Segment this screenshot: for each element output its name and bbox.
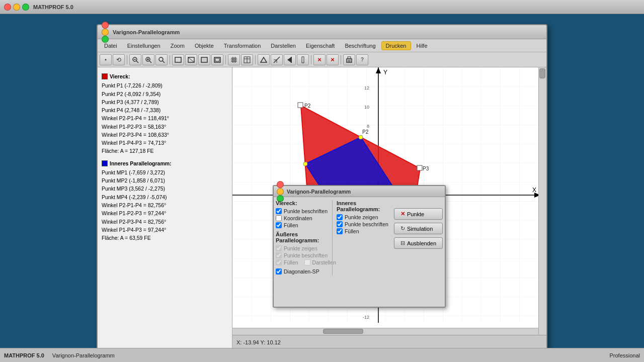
dialog-ip1-label: Punkte zeigen bbox=[345, 214, 378, 220]
ausblenden-button[interactable]: ⊟ Ausblenden bbox=[394, 237, 443, 249]
tb-right[interactable] bbox=[284, 54, 296, 65]
tb-sep1 bbox=[127, 55, 127, 64]
tb-zoom-out[interactable] bbox=[129, 54, 141, 65]
app-statusbar: MATHPROF 5.0 Varignon-Parallelogramm Pro… bbox=[0, 348, 644, 362]
close-button[interactable] bbox=[4, 4, 11, 11]
tb-sep6 bbox=[341, 55, 341, 64]
tb-sep3 bbox=[225, 55, 226, 64]
svg-line-1 bbox=[136, 61, 138, 63]
viereck-color-box bbox=[102, 73, 108, 79]
simulation-label: Simulation bbox=[407, 226, 433, 232]
inneres-w2: Winkel P1-P2-P3 = 97,244° bbox=[102, 209, 228, 217]
dialog-check-ip1: Punkte zeigen bbox=[337, 214, 389, 220]
window-traffic-lights bbox=[102, 22, 109, 43]
dialog-check-ip2: Punkte beschriften bbox=[337, 221, 389, 227]
inneres-title: Inneres Parallelogramm: bbox=[102, 159, 228, 167]
dialog-cb-diag[interactable] bbox=[276, 268, 282, 275]
menubar: Datei Einstellungen Zoom Objekte Transfo… bbox=[98, 39, 546, 52]
dialog-cb-ip1[interactable] bbox=[337, 214, 343, 220]
tb-print[interactable] bbox=[343, 54, 355, 65]
svg-rect-9 bbox=[175, 57, 181, 62]
svg-text:P2: P2 bbox=[362, 129, 369, 135]
window-close[interactable] bbox=[102, 22, 109, 29]
tb-pipe[interactable] bbox=[297, 54, 309, 65]
menu-einstellungen[interactable]: Einstellungen bbox=[123, 41, 165, 50]
vscrollbar[interactable] bbox=[538, 67, 546, 335]
minimize-button[interactable] bbox=[13, 4, 20, 11]
window-titlebar: Varignon-Parallelogramm bbox=[98, 25, 546, 39]
info-panel: Viereck: Punkt P1 (-7,226 / -2,809) Punk… bbox=[98, 67, 232, 349]
menu-eigenschaft[interactable]: Eigenschaft bbox=[301, 41, 339, 50]
punkte-button[interactable]: ✕ Punkte bbox=[394, 208, 443, 220]
dialog-if1-label: Füllen bbox=[345, 228, 359, 234]
dialog-minimize[interactable] bbox=[277, 188, 284, 195]
dialog-cb-if1[interactable] bbox=[337, 228, 343, 234]
tb-zoom-in[interactable] bbox=[142, 54, 154, 65]
viereck-p1: Punkt P1 (-7,226 / -2,809) bbox=[102, 81, 228, 89]
dialog-ap2-label: Punkte beschriften bbox=[284, 252, 328, 258]
menu-objekte[interactable]: Objekte bbox=[190, 41, 218, 50]
viereck-w4: Winkel P1-P4-P3 = 74,713° bbox=[102, 139, 228, 147]
simulation-button[interactable]: ↻ Simulation bbox=[394, 223, 443, 234]
tb-grid[interactable] bbox=[228, 54, 240, 65]
menu-drucken[interactable]: Drucken bbox=[381, 41, 411, 50]
tb-sep2 bbox=[170, 55, 170, 64]
tb-rotate[interactable]: ⟲ bbox=[113, 54, 125, 65]
dialog-af1-label: Füllen bbox=[284, 259, 298, 265]
ausblenden-icon: ⊟ bbox=[400, 240, 405, 246]
dialog-close[interactable] bbox=[277, 181, 284, 188]
menu-zoom[interactable]: Zoom bbox=[166, 41, 189, 50]
tb-zoom-fit[interactable] bbox=[155, 54, 168, 65]
inneres-flaeche: Fläche: A = 63,59 FE bbox=[102, 234, 228, 242]
tb-sep4 bbox=[255, 55, 256, 64]
svg-text:Y: Y bbox=[383, 69, 387, 76]
tb-resize[interactable] bbox=[271, 54, 283, 65]
menu-darstellen[interactable]: Darstellen bbox=[266, 41, 300, 50]
tb-table[interactable] bbox=[241, 54, 253, 65]
window-minimize[interactable] bbox=[102, 29, 109, 36]
menu-hilfe[interactable]: Hilfe bbox=[412, 41, 432, 50]
dialog-cb-ip2[interactable] bbox=[337, 221, 343, 227]
dialog-punkte-label: Punkte beschriften bbox=[284, 208, 328, 214]
tb-rect3[interactable] bbox=[198, 54, 210, 65]
dialog-cb-koord[interactable] bbox=[276, 215, 282, 221]
viereck-p3: Punkt P3 (4,377 / 2,789) bbox=[102, 98, 228, 106]
hscrollbar[interactable] bbox=[232, 328, 538, 335]
svg-rect-68 bbox=[417, 165, 422, 170]
vscroll-thumb[interactable] bbox=[539, 68, 545, 78]
app-status-right: Professional bbox=[609, 352, 640, 358]
tb-rect2[interactable] bbox=[185, 54, 197, 65]
tb-up[interactable] bbox=[258, 54, 270, 65]
svg-text:10: 10 bbox=[364, 105, 369, 110]
dialog-divider bbox=[332, 200, 333, 276]
menu-datei[interactable]: Datei bbox=[100, 41, 122, 50]
tb-close1[interactable]: × bbox=[313, 54, 326, 65]
dialog-cb-ap1 bbox=[276, 245, 282, 251]
dialog-inneres-title: Inneres Parallelogramm: bbox=[337, 200, 389, 212]
svg-text:12: 12 bbox=[364, 85, 369, 90]
dialog-fuellen-label: Füllen bbox=[284, 222, 298, 228]
dialog-ip2-label: Punkte beschriften bbox=[345, 221, 388, 227]
svg-text:P3: P3 bbox=[423, 166, 429, 171]
tb-close2[interactable]: × bbox=[327, 54, 339, 65]
svg-rect-12 bbox=[201, 57, 207, 62]
app-title: MATHPROF 5.0 bbox=[33, 4, 73, 10]
window-title: Varignon-Parallelogramm bbox=[113, 29, 180, 35]
viereck-p2: Punkt P2 (-8,092 / 9,354) bbox=[102, 90, 228, 98]
dialog-cb-fuellen[interactable] bbox=[276, 222, 282, 228]
dialog-cb-punkte[interactable] bbox=[276, 208, 282, 214]
dialog-check-ap2: Punkte beschriften bbox=[276, 252, 328, 258]
menu-transformation[interactable]: Transformation bbox=[219, 41, 266, 50]
dialog-check-af1: Füllen Darstellen bbox=[276, 259, 328, 265]
dialog-ap1-label: Punkte zeigen bbox=[284, 245, 317, 251]
hscroll-thumb[interactable] bbox=[323, 329, 363, 334]
tb-select[interactable]: ▪ bbox=[100, 54, 112, 65]
maximize-button[interactable] bbox=[22, 4, 29, 11]
tb-help[interactable]: ? bbox=[356, 54, 368, 65]
tb-rect1[interactable] bbox=[172, 54, 184, 65]
tb-rect4[interactable] bbox=[211, 54, 223, 65]
menu-beschriftung[interactable]: Beschriftung bbox=[340, 41, 380, 50]
inneres-color-box bbox=[102, 160, 108, 166]
svg-point-72 bbox=[359, 135, 363, 139]
svg-text:P2: P2 bbox=[304, 103, 311, 109]
